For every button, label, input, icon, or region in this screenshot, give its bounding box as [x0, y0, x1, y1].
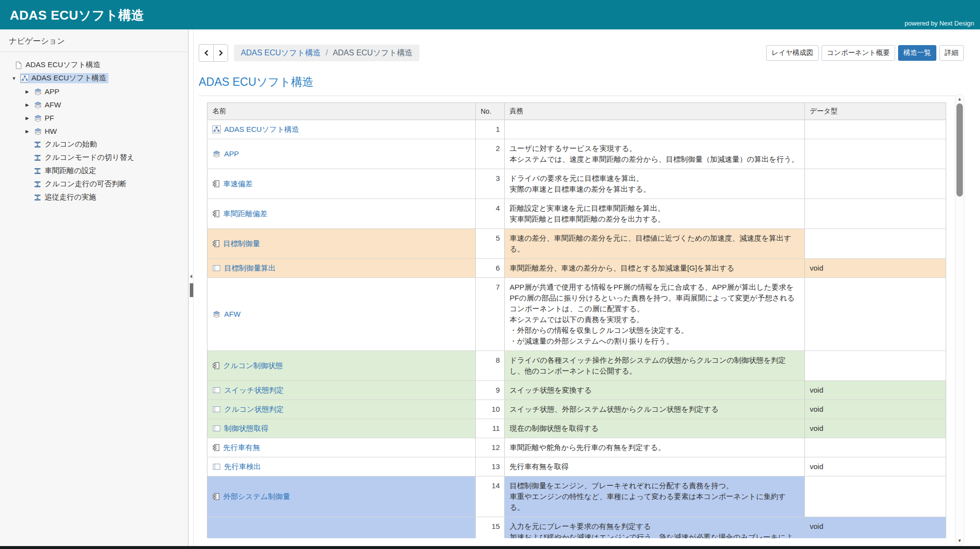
element-link[interactable]: 先行車検出 [224, 461, 261, 472]
name-cell[interactable]: 先行車有無 [207, 438, 476, 457]
vertical-scrollbar[interactable]: ▲ ▼ [955, 94, 964, 546]
tree-item-usecase-4[interactable]: クルコン走行の可否判断 [0, 177, 188, 191]
element-link[interactable]: 車間距離偏差 [223, 208, 267, 219]
datatype-cell [805, 120, 946, 139]
no-cell: 12 [476, 438, 505, 457]
view-button-detail[interactable]: 詳細 [939, 45, 964, 61]
name-cell[interactable] [207, 517, 476, 539]
element-link[interactable]: APP [224, 149, 239, 159]
breadcrumb-parent-link[interactable]: ADAS ECUソフト構造 [241, 48, 321, 58]
element-link[interactable]: 制御状態取得 [224, 423, 268, 434]
element-link[interactable]: 先行車有無 [223, 442, 260, 453]
expander-collapsed-icon[interactable]: ▶ [26, 102, 34, 107]
splitter-grip[interactable] [190, 283, 193, 297]
name-cell[interactable]: スイッチ状態判定 [207, 381, 476, 400]
tree-item-document[interactable]: ADAS ECUソフト構造 [0, 58, 188, 72]
tree-item-usecase-1[interactable]: クルコンの始動 [0, 138, 188, 151]
forward-button[interactable] [213, 44, 228, 62]
expander-collapsed-icon[interactable]: ▶ [26, 116, 34, 121]
table-row: 外部システム制御量 14 目標制御量をエンジン、ブレーキそれぞれに分配する責務を… [207, 476, 946, 517]
tree-item-usecase-3[interactable]: 車間距離の設定 [0, 164, 188, 177]
element-link[interactable]: クルコン制御状態 [223, 360, 283, 371]
name-cell[interactable]: 外部システム制御量 [207, 476, 476, 517]
element-link[interactable]: AFW [224, 309, 240, 320]
table-header-row: 名前 No. 責務 データ型 [207, 103, 946, 120]
no-cell: 10 [476, 400, 505, 419]
element-link[interactable]: 外部システム制御量 [223, 491, 290, 502]
name-cell[interactable]: AFW [207, 278, 476, 351]
view-button-component-overview[interactable]: コンポーネント概要 [822, 45, 895, 61]
tree-selection-highlight: ADAS ECUソフト構造 [20, 73, 108, 83]
no-cell: 4 [476, 199, 505, 229]
duty-cell: 先行車有無を取得 [505, 457, 805, 476]
usecase-icon [34, 194, 43, 201]
tree-item-pf[interactable]: ▶ PF [0, 111, 188, 125]
no-cell: 14 [476, 476, 505, 517]
layer-icon [34, 101, 43, 109]
usecase-icon [34, 180, 43, 188]
no-cell: 13 [476, 457, 505, 476]
view-button-layer-diagram[interactable]: レイヤ構成図 [766, 45, 819, 61]
name-cell[interactable]: クルコン制御状態 [207, 351, 476, 381]
name-cell[interactable]: 車間距離偏差 [207, 199, 476, 229]
element-link[interactable]: 目標制御量算出 [224, 263, 276, 274]
app-title: ADAS ECUソフト構造 [10, 7, 144, 24]
usecase-icon [34, 141, 43, 149]
usecase-icon [34, 154, 43, 162]
scroll-up-arrow-icon[interactable]: ▲ [955, 97, 964, 101]
usecase-icon [34, 167, 43, 175]
expander-collapsed-icon[interactable]: ▶ [26, 89, 34, 94]
table-row: クルコン状態判定 10 スイッチ状態、外部システム状態からクルコン状態を判定する… [207, 400, 946, 419]
tree-item-label: HW [45, 127, 57, 135]
name-cell[interactable]: クルコン状態判定 [207, 400, 476, 419]
datatype-cell: void [805, 517, 946, 539]
tree-item-structure-root[interactable]: ▼ ADAS ECUソフト構造 [0, 72, 188, 85]
function-icon [212, 425, 221, 432]
back-button[interactable] [199, 44, 213, 62]
tree-item-hw[interactable]: ▶ HW [0, 125, 188, 138]
expander-expanded-icon[interactable]: ▼ [12, 76, 20, 81]
powered-by-label: powered by Next Design [904, 20, 974, 27]
breadcrumb-current: ADAS ECUソフト構造 [333, 48, 413, 58]
table-row: 車間距離偏差 4 距離設定と実車速を元に目標車間距離を算出。 実車間距離と目標車… [207, 199, 946, 229]
sidebar-splitter[interactable] [188, 29, 194, 546]
tree-item-usecase-2[interactable]: クルコンモードの切り替え [0, 151, 188, 164]
name-cell[interactable]: APP [207, 139, 476, 169]
view-button-structure-list[interactable]: 構造一覧 [898, 45, 936, 61]
expander-collapsed-icon[interactable]: ▶ [26, 129, 34, 134]
element-link[interactable]: スイッチ状態判定 [224, 385, 284, 396]
name-cell[interactable]: 目標制御量 [207, 229, 476, 259]
model-tree: ADAS ECUソフト構造 ▼ ADAS ECUソフト構造 ▶ [0, 52, 188, 204]
collapse-arrow-icon[interactable] [190, 274, 192, 278]
duty-cell: 目標制御量をエンジン、ブレーキそれぞれに分配する責務を持つ。 車重やエンジンの特… [505, 476, 805, 517]
duty-cell [505, 120, 805, 139]
tree-item-afw[interactable]: ▶ AFW [0, 98, 188, 111]
tree-item-label: クルコン走行の可否判断 [45, 179, 127, 189]
component-icon [212, 240, 220, 248]
name-cell[interactable]: 制御状態取得 [207, 419, 476, 438]
element-link[interactable]: 目標制御量 [223, 238, 260, 249]
name-cell[interactable]: ADAS ECUソフト構造 [207, 120, 476, 139]
component-icon [212, 493, 220, 500]
table-row: 先行車検出 13 先行車有無を取得 void [207, 457, 946, 476]
duty-cell: 入力を元にブレーキ要求の有無を判定する 加速および緩やかな減速はエンジンで行う。… [505, 517, 805, 539]
name-cell[interactable]: 車速偏差 [207, 169, 476, 199]
tree-item-label: クルコンの始動 [45, 140, 97, 149]
layer-icon [34, 114, 43, 122]
element-link[interactable]: ADAS ECUソフト構造 [224, 124, 299, 135]
element-link[interactable]: クルコン状態判定 [224, 404, 284, 415]
scrollbar-thumb[interactable] [956, 103, 963, 197]
scroll-down-arrow-icon[interactable]: ▼ [955, 538, 964, 543]
view-switcher: レイヤ構成図 コンポーネント概要 構造一覧 詳細 [766, 45, 964, 61]
datatype-cell: void [805, 419, 946, 438]
table-row: APP 2 ユーザに対するサービスを実現する。 本システムでは、速度と車間距離の… [207, 139, 946, 169]
datatype-cell [805, 139, 946, 169]
layer-icon [34, 127, 43, 135]
element-link[interactable]: 車速偏差 [223, 178, 253, 189]
name-cell[interactable]: 目標制御量算出 [207, 259, 476, 278]
name-cell[interactable]: 先行車検出 [207, 457, 476, 476]
tree-item-usecase-5[interactable]: 追従走行の実施 [0, 191, 188, 204]
no-cell: 5 [476, 229, 505, 259]
tree-item-app[interactable]: ▶ APP [0, 85, 188, 98]
table-row: 15 入力を元にブレーキ要求の有無を判定する 加速および緩やかな減速はエンジンで… [207, 517, 946, 539]
